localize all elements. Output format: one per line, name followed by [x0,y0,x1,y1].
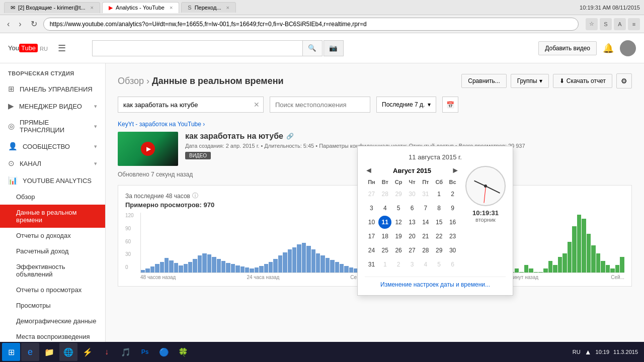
calendar-day[interactable]: 31 [365,258,378,271]
calendar-day[interactable]: 4 [378,202,391,215]
tab-email[interactable]: ✉ [2] Входящие - kirimer@t... × [4,2,100,13]
calendar-day[interactable]: 3 [406,258,419,271]
calendar-day[interactable]: 23 [446,230,459,243]
calendar-day[interactable]: 5 [392,202,405,215]
calendar-day[interactable]: 31 [419,188,432,201]
calendar-day[interactable]: 16 [446,216,459,229]
video-search-input[interactable] [118,97,264,113]
calendar-day[interactable]: 21 [419,230,432,243]
next-month-button[interactable]: ► [451,166,459,175]
video-breadcrumb[interactable]: KeyYt - заработок на YouTube › [118,121,632,128]
calendar-day[interactable]: 13 [406,216,419,229]
clear-search-button[interactable]: ✕ [254,101,260,109]
sidebar-item-overview[interactable]: Обзор [0,189,105,205]
calendar-day[interactable]: 14 [419,216,432,229]
sidebar-item-income[interactable]: Отчеты о доходах [0,228,105,243]
tab-other-close[interactable]: × [226,5,229,11]
sidebar-item-ads[interactable]: Эффективность объявлений [0,259,105,282]
calendar-day[interactable]: 20 [406,230,419,243]
calendar-day[interactable]: 9 [446,202,459,215]
calendar-day[interactable]: 7 [419,202,432,215]
calendar-day[interactable]: 22 [433,230,446,243]
video-thumbnail[interactable] [118,132,178,166]
prev-month-button[interactable]: ◄ [365,166,373,175]
date-settings-link[interactable]: Изменение настроек даты и времени... [365,277,506,288]
sidebar-item-views[interactable]: Просмотры [0,298,105,313]
reload-button[interactable]: ↻ [28,18,40,30]
location-search-input[interactable] [270,97,370,113]
period-select[interactable]: Последние 7 д. ▾ [376,97,436,113]
calendar-day[interactable]: 11 [378,216,391,229]
calendar-day[interactable]: 6 [446,258,459,271]
tab-other[interactable]: S Переход... × [181,2,236,13]
calendar-day[interactable]: 5 [433,258,446,271]
address-bar[interactable] [43,18,579,31]
ext-btn1[interactable]: S [600,18,612,30]
calendar-day[interactable]: 8 [433,202,446,215]
calendar-day[interactable]: 19 [392,230,405,243]
forward-button[interactable]: › [16,19,24,30]
calendar-day[interactable]: 12 [392,216,405,229]
taskbar-icon-app5[interactable]: 🔵 [155,343,173,361]
calendar-day[interactable]: 1 [433,188,446,201]
yt-search-input[interactable] [92,40,302,56]
ext-btn3[interactable]: ≡ [628,18,640,30]
add-video-button[interactable]: Добавить видео [538,41,597,55]
yt-search-button[interactable]: 🔍 [302,40,323,56]
calendar-day[interactable]: 17 [365,230,378,243]
settings-button[interactable]: ⚙ [616,73,632,88]
sidebar-item-video-manager[interactable]: ▶ МЕНЕДЖЕР ВИДЕО ▾ [0,98,105,115]
start-button[interactable]: ⊞ [2,343,20,361]
taskbar-icon-app3[interactable]: 🎵 [117,343,135,361]
calendar-day[interactable]: 28 [378,188,391,201]
taskbar-icon-app6[interactable]: 🍀 [174,343,192,361]
calendar-day[interactable]: 27 [365,188,378,201]
calendar-day[interactable]: 24 [365,244,378,257]
download-button[interactable]: ⬇ Скачать отчет [553,74,612,88]
groups-button[interactable]: Группы ▾ [511,74,549,88]
calendar-day[interactable]: 30 [446,244,459,257]
taskbar-icon-app2[interactable]: ↓ [98,343,116,361]
notifications-bell[interactable]: 🔔 [603,43,614,54]
calendar-day[interactable]: 2 [392,258,405,271]
play-button[interactable] [141,142,155,156]
yt-logo[interactable]: YouTube RU [8,44,48,52]
calendar-day[interactable]: 28 [419,244,432,257]
compare-button[interactable]: Сравнить... [461,74,506,88]
sidebar-item-realtime[interactable]: Данные в реальном времени [0,205,105,228]
hamburger-menu[interactable]: ☰ [58,43,66,54]
taskbar-icon-ie[interactable]: e [21,343,39,361]
calendar-day[interactable]: 18 [378,230,391,243]
sidebar-item-live[interactable]: ◎ ПРЯМЫЕ ТРАНСЛЯЦИИ ▾ [0,115,105,138]
sidebar-item-community[interactable]: 👤 СООБЩЕСТВО ▾ [0,138,105,155]
sidebar-item-dashboard[interactable]: ⊞ ПАНЕЛЬ УПРАВЛЕНИЯ [0,80,105,98]
sidebar-item-billing[interactable]: Расчетный доход [0,243,105,259]
tab-email-close[interactable]: × [91,5,94,11]
calendar-day[interactable]: 2 [446,188,459,201]
back-button[interactable]: ‹ [4,19,13,30]
taskbar-icon-chrome[interactable]: 🌐 [59,343,77,361]
sidebar-item-analytics[interactable]: 📊 YOUTUBE ANALYTICS [0,172,105,189]
calendar-day[interactable]: 25 [378,244,391,257]
sidebar-item-views-report[interactable]: Отчеты о просмотрах [0,282,105,298]
calendar-day[interactable]: 3 [365,202,378,215]
sidebar-item-channel[interactable]: ⊙ КАНАЛ ▾ [0,155,105,172]
calendar-day[interactable]: 15 [433,216,446,229]
calendar-day[interactable]: 30 [406,188,419,201]
calendar-button[interactable]: 📅 [442,97,458,113]
sidebar-item-demographics[interactable]: Демографические данные [0,313,105,329]
bookmark-btn[interactable]: ☆ [586,18,598,30]
external-link-icon[interactable]: 🔗 [286,133,294,140]
breadcrumb[interactable]: Обзор [118,76,144,86]
calendar-day[interactable]: 4 [419,258,432,271]
calendar-day[interactable]: 6 [406,202,419,215]
user-avatar[interactable] [620,40,636,56]
taskbar-icon-app1[interactable]: ⚡ [78,343,97,361]
tab-analytics-close[interactable]: × [170,5,173,11]
calendar-day[interactable]: 1 [378,258,391,271]
ext-btn2[interactable]: A [614,18,626,30]
calendar-day[interactable]: 29 [433,244,446,257]
taskbar-icon-ps[interactable]: Ps [136,343,154,361]
yt-camera-button[interactable]: 📷 [324,40,344,56]
taskbar-icon-explorer[interactable]: 📁 [40,343,58,361]
